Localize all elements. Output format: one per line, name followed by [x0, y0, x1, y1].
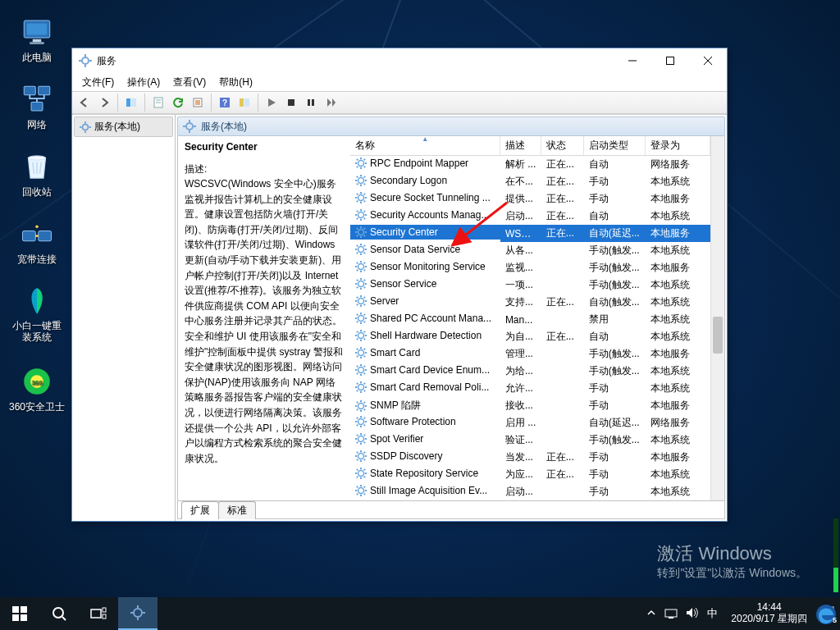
svg-rect-241: [130, 612, 133, 614]
svg-rect-9: [39, 231, 52, 241]
svg-rect-186: [356, 417, 358, 419]
title-bar[interactable]: 服务: [72, 48, 727, 73]
service-row[interactable]: Security CenterWSC...正在...自动(延迟...本地服务: [350, 225, 710, 242]
col-desc[interactable]: 描述: [500, 136, 541, 156]
col-status[interactable]: 状态: [541, 136, 584, 156]
service-row[interactable]: Secure Socket Tunneling ...提供...正在...手动本…: [350, 190, 710, 208]
start-service-button[interactable]: [262, 94, 281, 112]
svg-rect-93: [360, 253, 362, 255]
start-button[interactable]: [0, 597, 39, 630]
help-button[interactable]: ?: [216, 94, 234, 112]
menu-view[interactable]: 查看(V): [167, 74, 212, 91]
desktop-icon-recycle-bin[interactable]: 回收站: [8, 149, 66, 199]
service-row[interactable]: Smart Card Removal Poli...允许...手动本地系统: [350, 380, 710, 397]
service-row[interactable]: Server支持...正在...自动(触发...本地系统: [350, 294, 710, 311]
svg-rect-65: [360, 192, 362, 194]
tray-chevron-icon[interactable]: [646, 608, 656, 620]
svg-rect-191: [360, 433, 362, 435]
service-row[interactable]: Shared PC Account Mana...Man...禁用本地系统: [350, 311, 710, 328]
service-row[interactable]: Software Protection启用 ...自动(延迟...网络服务: [350, 414, 710, 431]
tree-pane[interactable]: 服务(本地): [72, 115, 176, 521]
cell-status: [541, 414, 584, 431]
export-list-button[interactable]: [189, 94, 207, 112]
desktop-icon-xiaobai[interactable]: 小白一键重装系统: [8, 284, 66, 344]
service-row[interactable]: Sensor Service一项...手动(触发...本地系统: [350, 276, 710, 294]
restart-service-button[interactable]: [322, 94, 340, 112]
desktop-icon-this-pc[interactable]: 此电脑: [8, 15, 66, 65]
cell-desc: 允许...: [500, 380, 541, 397]
service-row[interactable]: Smart Card Device Enum...为给...手动(触发...本地…: [350, 363, 710, 380]
service-row[interactable]: Sensor Monitoring Service监视...手动(触发...本地…: [350, 259, 710, 276]
service-row[interactable]: Security Accounts Manag...启动...正在...自动本地…: [350, 208, 710, 225]
nav-back-button[interactable]: [75, 94, 94, 112]
vertical-scrollbar[interactable]: [710, 136, 724, 500]
search-button[interactable]: [39, 597, 79, 630]
minimize-button[interactable]: [614, 48, 651, 73]
task-view-button[interactable]: [79, 597, 118, 630]
services-list[interactable]: ▲名称 描述 状态 启动类型 登录为 RPC Endpoint Mapper解析…: [350, 136, 710, 500]
svg-rect-121: [355, 300, 357, 302]
svg-rect-101: [360, 261, 362, 262]
tree-item-services-local[interactable]: 服务(本地): [74, 116, 173, 137]
svg-rect-72: [363, 200, 366, 203]
desktop-icon-network[interactable]: 网络: [8, 82, 66, 132]
refresh-button[interactable]: [169, 94, 187, 112]
svg-rect-202: [355, 455, 357, 457]
svg-point-208: [358, 471, 364, 477]
cell-name: Security Accounts Manag...: [370, 209, 489, 221]
stop-service-button[interactable]: [282, 94, 300, 112]
svg-rect-159: [356, 365, 358, 368]
service-row[interactable]: Shell Hardware Detection为自...正在...自动本地系统: [350, 328, 710, 345]
service-row[interactable]: Secondary Logon在不...正在...手动本地系统: [350, 173, 710, 190]
col-name[interactable]: ▲名称: [350, 136, 500, 156]
edge-badge-icon[interactable]: 5: [815, 604, 837, 625]
cell-logon: 本地服务: [646, 345, 710, 363]
nav-forward-button[interactable]: [95, 94, 113, 112]
service-row[interactable]: State Repository Service为应...正在...手动本地系统: [350, 466, 710, 483]
svg-rect-60: [356, 176, 358, 178]
tab-standard[interactable]: 标准: [218, 501, 256, 519]
cell-name: Software Protection: [370, 416, 456, 427]
svg-rect-37: [84, 121, 86, 124]
svg-rect-105: [356, 262, 358, 264]
svg-rect-87: [356, 227, 358, 230]
menu-file[interactable]: 文件(F): [75, 74, 121, 91]
svg-rect-242: [143, 612, 145, 614]
cell-startup: 手动: [584, 380, 646, 397]
options-button[interactable]: [235, 94, 253, 112]
desktop-icon-360[interactable]: 360 360安全卫士: [8, 364, 66, 414]
svg-rect-70: [363, 193, 366, 195]
svg-rect-116: [356, 286, 358, 289]
cell-name: Smart Card: [370, 347, 420, 358]
cell-name: SSDP Discovery: [370, 450, 442, 462]
pause-service-button[interactable]: [302, 94, 320, 112]
service-row[interactable]: Still Image Acquisition Ev...启动...手动本地系统: [350, 483, 710, 500]
service-row[interactable]: Sensor Data Service从各...手动(触发...本地系统: [350, 242, 710, 259]
taskbar[interactable]: 中 14:44 2020/9/17 星期四: [0, 597, 840, 630]
desktop-icon-broadband[interactable]: 宽带连接: [8, 217, 66, 267]
service-row[interactable]: SNMP 陷阱接收...手动本地服务: [350, 397, 710, 414]
svg-point-136: [358, 333, 364, 339]
tray-volume-icon[interactable]: [686, 607, 699, 621]
cell-startup: 手动(触发...: [584, 276, 646, 294]
service-row[interactable]: Spot Verifier验证...手动(触发...本地系统: [350, 431, 710, 449]
svg-rect-137: [360, 330, 362, 331]
tray-ime[interactable]: 中: [707, 606, 718, 621]
col-startup[interactable]: 启动类型: [584, 136, 646, 156]
cell-startup: 手动(触发...: [584, 242, 646, 259]
tab-extended[interactable]: 扩展: [181, 501, 219, 519]
scrollbar-thumb[interactable]: [713, 317, 723, 354]
menu-action[interactable]: 操作(A): [121, 74, 167, 91]
show-hide-tree-button[interactable]: [122, 94, 140, 112]
maximize-button[interactable]: [651, 48, 689, 73]
service-row[interactable]: Smart Card管理...手动(触发...本地服务: [350, 345, 710, 363]
properties-button[interactable]: [149, 94, 167, 112]
service-row[interactable]: RPC Endpoint Mapper解析 ...正在...自动网络服务: [350, 156, 710, 174]
close-button[interactable]: [689, 48, 727, 73]
taskbar-app-services[interactable]: [118, 597, 158, 630]
menu-help[interactable]: 帮助(H): [212, 74, 259, 91]
col-logon[interactable]: 登录为: [646, 136, 710, 156]
tray-network-icon[interactable]: [664, 607, 678, 621]
tray-clock[interactable]: 14:44 2020/9/17 星期四: [731, 602, 807, 625]
service-row[interactable]: SSDP Discovery当发...正在...手动本地服务: [350, 449, 710, 466]
